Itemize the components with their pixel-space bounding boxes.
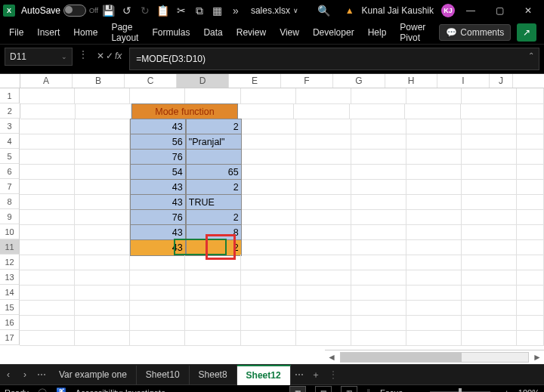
sheet-nav-more[interactable]: ⋯	[33, 369, 50, 380]
cell[interactable]	[130, 315, 185, 331]
cell[interactable]: 43	[130, 179, 186, 196]
row-header[interactable]: 2	[0, 103, 20, 119]
cell[interactable]	[406, 179, 462, 195]
row-header[interactable]: 7	[0, 179, 20, 194]
cell[interactable]	[75, 330, 130, 346]
paste-icon[interactable]: ▦	[210, 3, 225, 18]
cell[interactable]	[242, 119, 297, 134]
cell[interactable]	[406, 239, 462, 255]
cell[interactable]	[130, 270, 185, 286]
cell[interactable]	[517, 134, 544, 150]
col-header[interactable]: F	[281, 74, 333, 88]
tab-page-layout[interactable]: Page Layout	[111, 22, 138, 43]
toggle-off-icon[interactable]	[63, 5, 86, 17]
comments-button[interactable]: 💬 Comments	[439, 24, 511, 41]
cell[interactable]	[185, 300, 240, 316]
cell[interactable]	[20, 315, 75, 331]
cell[interactable]	[462, 300, 517, 316]
warning-icon[interactable]: ▲	[345, 5, 354, 16]
cell[interactable]	[461, 103, 517, 119]
cell[interactable]	[296, 119, 351, 134]
col-header[interactable]: I	[437, 74, 490, 88]
cell[interactable]	[20, 255, 75, 270]
tab-view[interactable]: View	[280, 27, 299, 38]
row-header[interactable]: 3	[0, 119, 20, 134]
cell[interactable]	[517, 255, 544, 270]
clipboard-icon[interactable]: 📋	[156, 3, 171, 18]
cell[interactable]	[20, 119, 75, 134]
status-focus[interactable]: Focus	[380, 388, 403, 393]
cell[interactable]: 76	[130, 149, 186, 165]
row-header[interactable]: 13	[0, 270, 20, 285]
cell[interactable]	[406, 315, 462, 331]
sheet-tab-active[interactable]: Sheet12	[237, 365, 291, 385]
cell[interactable]	[406, 209, 462, 225]
cell[interactable]: 43	[130, 239, 186, 256]
cell[interactable]	[186, 149, 242, 165]
cell[interactable]	[462, 270, 517, 286]
cell[interactable]	[294, 103, 350, 119]
col-header[interactable]: A	[20, 74, 73, 88]
cell[interactable]	[351, 179, 406, 195]
user-name[interactable]: Kunal Jai Kaushik	[362, 5, 434, 16]
minimize-button[interactable]: —	[458, 0, 484, 21]
cell[interactable]	[185, 330, 240, 346]
cell[interactable]	[517, 88, 544, 104]
tab-home[interactable]: Home	[73, 27, 97, 38]
cell[interactable]	[296, 330, 351, 346]
cell[interactable]	[242, 194, 297, 210]
cell[interactable]	[517, 164, 544, 180]
cell[interactable]	[462, 330, 517, 346]
cell[interactable]	[75, 224, 130, 240]
cell[interactable]: Mode function	[131, 103, 238, 120]
cell[interactable]	[462, 88, 517, 104]
cell[interactable]	[296, 149, 351, 165]
cell[interactable]: 56	[130, 134, 186, 150]
cell[interactable]	[185, 255, 240, 270]
new-sheet-button[interactable]: ＋	[308, 369, 324, 381]
user-avatar[interactable]: KJ	[441, 4, 455, 17]
col-header[interactable]: H	[385, 74, 437, 88]
cell[interactable]	[405, 103, 461, 119]
cell[interactable]	[242, 149, 297, 165]
cell[interactable]	[351, 255, 406, 270]
status-accessibility[interactable]: Accessibility: Investigate	[76, 388, 165, 393]
cell[interactable]	[351, 315, 406, 331]
sheet-nav-prev[interactable]: ‹	[0, 369, 17, 380]
view-page-break-icon[interactable]: ▥	[341, 386, 357, 393]
cell[interactable]: 2	[186, 209, 242, 226]
col-header[interactable]: E	[229, 74, 281, 88]
cell[interactable]	[406, 194, 462, 210]
autosave-toggle[interactable]: AutoSave Off	[21, 5, 98, 17]
cell[interactable]	[20, 179, 75, 195]
cell[interactable]	[462, 239, 517, 255]
cell[interactable]	[351, 164, 406, 180]
cell[interactable]	[350, 103, 406, 119]
filename-dropdown[interactable]: sales.xlsx ∨	[251, 5, 298, 16]
tab-developer[interactable]: Developer	[313, 27, 354, 38]
cell[interactable]	[130, 300, 185, 316]
cell[interactable]: 43	[130, 194, 186, 211]
cell[interactable]	[406, 270, 462, 286]
copy-icon[interactable]: ⧉	[192, 3, 207, 18]
cell[interactable]	[462, 149, 517, 165]
cell[interactable]: 54	[130, 164, 186, 181]
cell[interactable]	[20, 134, 75, 150]
view-normal-icon[interactable]: ▦	[289, 386, 306, 393]
cell[interactable]	[462, 224, 517, 240]
close-button[interactable]: ✕	[515, 0, 541, 21]
cell[interactable]	[241, 330, 296, 346]
sheet-tab[interactable]: Var example one	[50, 366, 137, 384]
cell[interactable]	[185, 285, 240, 301]
expand-formula-icon[interactable]: ⌃	[528, 51, 534, 60]
cell[interactable]: 43	[130, 119, 186, 135]
cell[interactable]	[130, 330, 185, 346]
tab-review[interactable]: Review	[236, 27, 266, 38]
cell[interactable]	[75, 239, 130, 255]
cell[interactable]	[238, 103, 294, 119]
cell[interactable]	[351, 134, 406, 150]
cell[interactable]	[241, 88, 296, 104]
cell[interactable]	[75, 285, 130, 301]
cell[interactable]: TRUE	[186, 194, 242, 211]
cell[interactable]	[75, 300, 130, 316]
